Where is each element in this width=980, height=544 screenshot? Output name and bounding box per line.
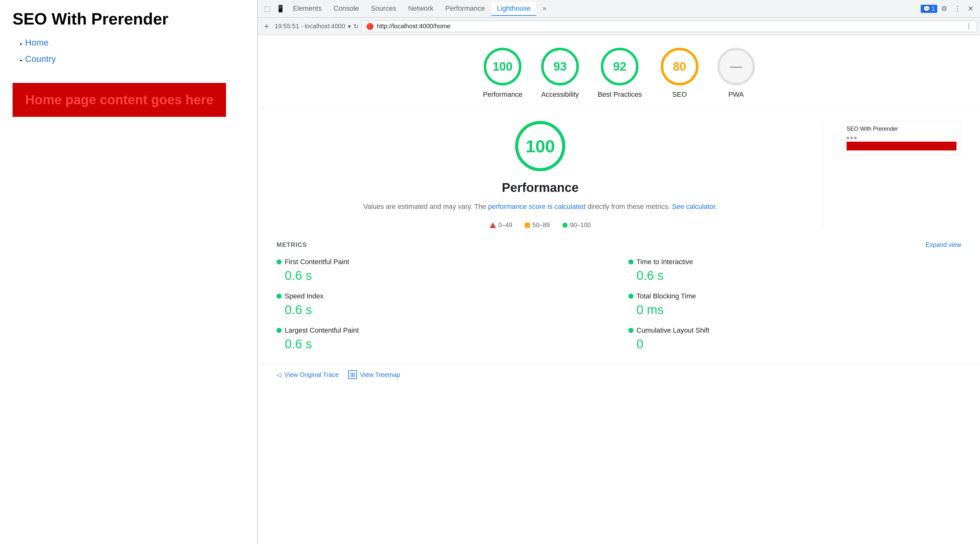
fcp-label: First Contentful Paint (285, 258, 349, 266)
cls-dot (628, 328, 633, 333)
view-original-trace-button[interactable]: ◁ View Original Trace (277, 370, 339, 379)
fcp-dot (277, 259, 282, 265)
trace-icon: ◁ (277, 371, 281, 378)
tbt-value: 0 ms (628, 303, 961, 317)
fail-icon (490, 222, 496, 228)
performance-detail: 100 Performance Values are estimated and… (277, 121, 804, 229)
performance-main-title: Performance (277, 180, 804, 195)
session-label: 19:55:51 - localhost:4000 (275, 22, 345, 30)
score-card-pwa: — PWA (717, 48, 755, 99)
lcp-dot (277, 328, 282, 333)
metric-si: Speed Index 0.6 s (277, 292, 609, 317)
tab-lighthouse[interactable]: Lighthouse (491, 2, 536, 16)
nav-dot-2 (850, 137, 853, 139)
pwa-circle: — (717, 48, 755, 85)
accessibility-label: Accessibility (541, 91, 579, 99)
address-more-icon[interactable]: ⋮ (965, 22, 972, 30)
screenshot-title: SEO With Prerender (845, 124, 958, 134)
metric-fcp: First Contentful Paint 0.6 s (277, 258, 609, 283)
page-title: SEO With Prerender (13, 10, 245, 28)
screenshot-frame: SEO With Prerender (842, 121, 961, 155)
metrics-title: METRICS (277, 241, 307, 249)
dropdown-icon[interactable]: ▾ (348, 22, 351, 30)
more-options-icon[interactable]: ⋮ (951, 3, 964, 15)
close-icon[interactable]: ✕ (964, 3, 977, 15)
device-toggle-icon[interactable]: 📱 (274, 3, 286, 15)
lock-icon: 🔴 (366, 22, 374, 30)
calculator-link[interactable]: See calculator. (672, 203, 717, 211)
home-banner: Home page content goes here (13, 83, 226, 117)
tbt-dot (628, 294, 633, 299)
inspect-icon[interactable]: ⬚ (261, 3, 274, 15)
settings-icon[interactable]: ⚙ (938, 3, 950, 15)
add-tab-button[interactable]: + (261, 21, 272, 32)
fcp-value: 0.6 s (277, 268, 609, 283)
metric-cls: Cumulative Layout Shift 0 (628, 326, 961, 351)
lcp-value: 0.6 s (277, 337, 609, 351)
reload-icon[interactable]: ↻ (353, 22, 359, 30)
average-icon (525, 223, 530, 228)
tab-console[interactable]: Console (328, 2, 365, 16)
score-card-performance: 100 Performance (483, 48, 522, 99)
bottom-actions: ◁ View Original Trace ⊞ View Treemap (258, 364, 980, 385)
si-label: Speed Index (285, 292, 324, 300)
big-performance-circle: 100 (515, 121, 565, 171)
devtools-panel: ⬚ 📱 Elements Console Sources Network Per… (258, 0, 980, 544)
score-card-best-practices: 92 Best Practices (598, 48, 642, 99)
pass-icon (563, 223, 568, 228)
lcp-label: Largest Contentful Paint (285, 326, 359, 335)
tab-network[interactable]: Network (402, 2, 439, 16)
expand-view-button[interactable]: Expand view (926, 241, 961, 249)
devtools-tabbar: ⬚ 📱 Elements Console Sources Network Per… (258, 0, 980, 18)
score-cards-row: 100 Performance 93 Accessibility 92 Best… (258, 35, 980, 108)
nav-item-home: Home (25, 38, 245, 48)
nav-link-home[interactable]: Home (25, 38, 49, 48)
nav-dot-1 (846, 137, 849, 139)
legend-pass: 90–100 (563, 222, 591, 229)
tab-more[interactable]: » (537, 2, 552, 16)
nav-dot-3 (854, 137, 857, 139)
metric-tti: Time to Interactive 0.6 s (628, 258, 961, 283)
performance-label: Performance (483, 91, 522, 99)
home-banner-text: Home page content goes here (25, 93, 213, 107)
web-page-preview: SEO With Prerender Home Country Home pag… (0, 0, 258, 544)
performance-main: 100 Performance Values are estimated and… (258, 108, 980, 241)
tab-sources[interactable]: Sources (365, 2, 402, 16)
treemap-icon: ⊞ (348, 370, 357, 379)
best-practices-label: Best Practices (598, 91, 642, 99)
performance-score-link[interactable]: performance score is calculated (488, 203, 586, 211)
nav-link-country[interactable]: Country (25, 54, 56, 64)
tti-label: Time to Interactive (636, 258, 693, 266)
lighthouse-content: 100 Performance 93 Accessibility 92 Best… (258, 35, 980, 544)
nav-item-country: Country (25, 54, 245, 64)
metrics-section: METRICS Expand view First Contentful Pai… (258, 241, 980, 364)
address-bar: 🔴 http://localhost:4000/home ⋮ (361, 21, 977, 32)
screenshot-nav-dots (845, 136, 958, 140)
tti-dot (628, 259, 633, 265)
tab-elements[interactable]: Elements (287, 2, 328, 16)
metrics-header: METRICS Expand view (277, 241, 961, 249)
score-card-seo: 80 SEO (661, 48, 698, 99)
performance-description: Values are estimated and may vary. The p… (277, 201, 804, 212)
legend-row: 0–49 50–89 90–100 (277, 222, 804, 229)
accessibility-circle: 93 (541, 48, 579, 85)
tab-performance[interactable]: Performance (440, 2, 491, 16)
cls-value: 0 (628, 337, 961, 351)
pwa-label: PWA (728, 91, 744, 99)
address-text: http://localhost:4000/home (377, 22, 962, 30)
screenshot-banner (846, 142, 956, 150)
seo-label: SEO (672, 91, 687, 99)
metric-lcp: Largest Contentful Paint 0.6 s (277, 326, 609, 351)
score-card-accessibility: 93 Accessibility (541, 48, 579, 99)
metric-tbt: Total Blocking Time 0 ms (628, 292, 961, 317)
address-bar-row: + 19:55:51 - localhost:4000 ▾ ↻ 🔴 http:/… (258, 18, 980, 35)
best-practices-circle: 92 (601, 48, 638, 85)
si-value: 0.6 s (277, 303, 609, 317)
view-treemap-button[interactable]: ⊞ View Treemap (348, 370, 400, 379)
legend-fail: 0–49 (490, 222, 512, 229)
si-dot (277, 294, 282, 299)
seo-circle: 80 (661, 48, 698, 85)
metrics-grid: First Contentful Paint 0.6 s Time to Int… (277, 258, 961, 351)
notifications-badge: 💬 1 (921, 5, 937, 13)
cls-label: Cumulative Layout Shift (636, 326, 710, 335)
